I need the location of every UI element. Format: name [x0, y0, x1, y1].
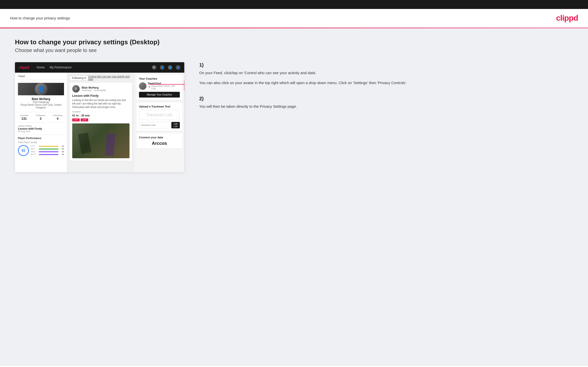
manage-coaches-button[interactable]: Manage Your Coaches	[139, 92, 180, 98]
page-subtitle: Choose what you want people to see	[15, 48, 573, 53]
post-tag-app: APP	[81, 118, 88, 121]
profile-tag: Plus Handicap	[18, 101, 64, 104]
post-author-meta: Yesterday · Sunningdale	[82, 89, 106, 92]
profile-club: Royal North Devon Golf Club, United King…	[18, 104, 64, 109]
quality-bar-app	[39, 149, 59, 150]
feed-tab[interactable]: Feed	[15, 73, 67, 80]
step2-number: 2)	[199, 96, 568, 102]
stat-followers: Followers 3	[36, 114, 46, 120]
instruction-step2: 2) You will then be taken directly to th…	[199, 96, 568, 109]
player-perf-title: Player Performance	[18, 137, 64, 140]
quality-name-app: APP	[31, 148, 38, 150]
post-avatar: B	[72, 85, 80, 93]
post-body: Looking to feel like my hands are exitin…	[72, 99, 130, 109]
main-content: How to change your privacy settings (Des…	[0, 28, 588, 366]
stat-activities: Activities 131	[20, 114, 29, 120]
chevron-down-icon: ▾	[84, 76, 86, 80]
quality-content: 92 OTT 90 APP 85	[18, 145, 64, 156]
quality-bar-arg	[39, 151, 59, 152]
connect-title: Connect your data	[139, 136, 180, 139]
quality-bars: OTT 90 APP 85 ARG	[31, 145, 64, 156]
add-link-button[interactable]: Add Link	[171, 122, 180, 128]
trackman-input[interactable]	[139, 122, 170, 128]
post-tags: OTT APP	[72, 118, 130, 121]
step1-text1: On your Feed, click/tap on 'Control who …	[199, 70, 568, 76]
quality-row-app: APP 85	[31, 148, 64, 150]
quality-row-ott: OTT 90	[31, 145, 64, 147]
quality-circle: 92	[18, 145, 29, 156]
post-author-name: Blair McHarg	[82, 86, 106, 89]
stat-following-value: 4	[53, 117, 62, 120]
stats-row: Activities 131 Followers 3 Following 4	[15, 112, 67, 123]
app-content: Feed Blair McHarg Plus Handicap Royal No…	[15, 73, 184, 172]
app-sidebar: Feed Blair McHarg Plus Handicap Royal No…	[15, 73, 67, 172]
trackman-input-row: Add Link	[139, 122, 180, 128]
coach-club: 📍 Royal North Devon Golf Club	[148, 85, 180, 90]
step2-text: You will then be taken directly to the P…	[199, 104, 568, 109]
nav-right: 🔍 👤 🌐 👤	[152, 65, 180, 70]
step1-number: 1)	[199, 62, 568, 68]
quality-num-app: 85	[60, 148, 64, 150]
trackman-card: Upload a Trackman Test Trackman Link Add…	[136, 103, 182, 131]
coach-item: David Ford 📍 Royal North Devon Golf Club	[139, 82, 180, 90]
following-button[interactable]: Following ▾	[70, 75, 88, 81]
following-label: Following	[72, 76, 83, 79]
app-right-panel: Your Coaches David Ford 📍 Royal North De…	[134, 73, 184, 172]
site-header: How to change your privacy settings clip…	[0, 9, 588, 28]
app-mockup: clippd Home My Performance 🔍 👤 🌐 👤 Feed	[15, 62, 184, 172]
quality-num-putt: 96	[60, 153, 64, 156]
stat-following: Following 4	[53, 114, 62, 120]
user-icon[interactable]: 👤	[160, 65, 164, 70]
app-nav: clippd Home My Performance 🔍 👤 🌐 👤	[15, 62, 184, 73]
connect-card: Connect your data Arccos	[136, 133, 182, 149]
coaches-card: Your Coaches David Ford 📍 Royal North De…	[136, 75, 182, 100]
stat-activities-value: 131	[20, 117, 29, 120]
coaches-title: Your Coaches	[139, 77, 180, 80]
player-performance: Player Performance Total Player Quality …	[15, 135, 67, 158]
latest-activity: Latest Activity Lesson with Fordy 03 Aug…	[15, 123, 67, 135]
coach-info: David Ford 📍 Royal North Devon Golf Club	[148, 82, 180, 90]
profile-card: Blair McHarg Plus Handicap Royal North D…	[15, 80, 67, 112]
trackman-placeholder: Trackman Link	[142, 113, 177, 117]
stat-followers-value: 3	[36, 117, 46, 120]
quality-row-arg: ARG 86	[31, 151, 64, 153]
quality-num-arg: 86	[60, 151, 64, 153]
post-header: B Blair McHarg Yesterday · Sunningdale	[72, 85, 130, 93]
avatar-icon[interactable]: 👤	[176, 65, 180, 70]
top-bar	[0, 0, 588, 9]
post-author-info: Blair McHarg Yesterday · Sunningdale	[82, 86, 106, 92]
profile-avatar	[35, 83, 47, 95]
page-title: How to change your privacy settings (Des…	[15, 38, 573, 46]
quality-name-putt: PUTT	[31, 153, 38, 156]
post-card: B Blair McHarg Yesterday · Sunningdale L…	[70, 83, 132, 161]
site-footer: Copyright Clippd 2022	[0, 366, 588, 367]
post-title: Lesson with Fordy	[72, 94, 130, 98]
app-feed: Following ▾ Control who can see your act…	[67, 73, 134, 172]
stat-activities-label: Activities	[20, 114, 29, 117]
feed-header: Following ▾ Control who can see your act…	[70, 75, 132, 81]
latest-name: Lesson with Fordy	[18, 127, 64, 130]
globe-icon[interactable]: 🌐	[168, 65, 172, 70]
coach-avatar	[139, 82, 146, 90]
quality-num-ott: 90	[60, 145, 64, 147]
quality-name-arg: ARG	[31, 151, 38, 153]
post-image	[72, 123, 130, 158]
privacy-link[interactable]: Control who can see your activity and da…	[88, 75, 132, 81]
clippd-logo: clippd	[556, 13, 578, 23]
latest-label: Latest Activity	[18, 125, 64, 127]
latest-date: 03 Aug 2022	[18, 130, 64, 133]
post-tag-ott: OTT	[72, 118, 80, 121]
breadcrumb: How to change your privacy settings	[10, 16, 70, 20]
search-icon[interactable]: 🔍	[152, 65, 156, 70]
quality-row-putt: PUTT 96	[31, 153, 64, 156]
content-grid: clippd Home My Performance 🔍 👤 🌐 👤 Feed	[15, 62, 573, 172]
instruction-step1: 1) On your Feed, click/tap on 'Control w…	[199, 62, 568, 86]
stat-following-label: Following	[53, 114, 62, 117]
quality-bar-putt	[39, 154, 59, 155]
profile-cover	[18, 83, 64, 95]
instructions-panel: 1) On your Feed, click/tap on 'Control w…	[194, 62, 573, 119]
quality-bar-ott	[39, 146, 59, 147]
stat-followers-label: Followers	[36, 114, 46, 117]
pin-icon: 📍	[148, 86, 151, 89]
coach-name: David Ford	[148, 82, 180, 85]
